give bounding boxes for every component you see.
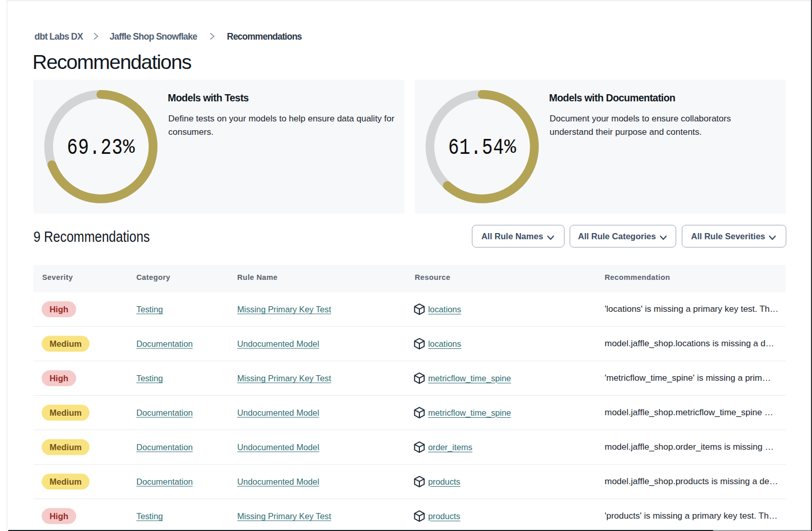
svg-text:61.54: 61.54: [448, 135, 504, 161]
svg-text:69.23: 69.23: [67, 135, 123, 161]
svg-text:%: %: [123, 136, 135, 158]
svg-text:%: %: [504, 136, 516, 158]
